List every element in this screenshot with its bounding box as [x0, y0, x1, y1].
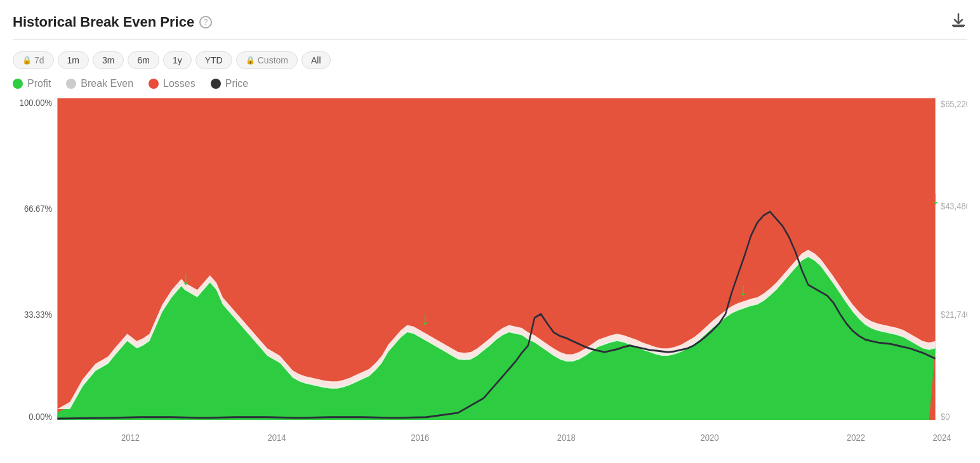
time-filters: 🔒 7d 1m 3m 6m 1y YTD 🔒 Custom All — [13, 51, 967, 69]
legend-dot-breakeven — [66, 79, 76, 89]
legend-label-breakeven: Break Even — [81, 78, 133, 89]
legend-row: Profit Break Even Losses Price — [13, 78, 967, 89]
svg-text:$0: $0 — [941, 411, 950, 422]
filter-1y[interactable]: 1y — [163, 51, 192, 69]
svg-text:↓: ↓ — [421, 308, 429, 329]
legend-label-losses: Losses — [163, 78, 195, 89]
svg-text:2018: 2018 — [557, 432, 576, 443]
svg-text:2024: 2024 — [932, 432, 951, 443]
chart-svg: 100.00% 66.67% 33.33% 0.00% $65,220 $43,… — [13, 98, 967, 457]
svg-text:2020: 2020 — [700, 432, 718, 443]
chart-area: 100.00% 66.67% 33.33% 0.00% $65,220 $43,… — [13, 98, 967, 457]
svg-text:↓: ↓ — [182, 268, 190, 289]
svg-text:2022: 2022 — [847, 432, 865, 443]
legend-price: Price — [211, 78, 248, 89]
filter-ytd[interactable]: YTD — [195, 51, 232, 69]
legend-breakeven: Break Even — [66, 78, 133, 89]
filter-7d[interactable]: 🔒 7d — [13, 51, 54, 69]
filter-3m[interactable]: 3m — [93, 51, 124, 69]
page-title: Historical Break Even Price — [13, 14, 194, 30]
filter-all[interactable]: All — [301, 51, 331, 69]
svg-text:$65,220: $65,220 — [941, 98, 967, 109]
svg-text:33.33%: 33.33% — [24, 309, 52, 320]
svg-text:2016: 2016 — [411, 432, 429, 443]
download-icon[interactable] — [950, 11, 967, 33]
svg-text:100.00%: 100.00% — [20, 98, 52, 108]
title-group: Historical Break Even Price ? — [13, 14, 212, 30]
svg-text:66.67%: 66.67% — [24, 203, 52, 214]
legend-profit: Profit — [13, 78, 51, 89]
header-row: Historical Break Even Price ? — [13, 11, 967, 40]
legend-label-profit: Profit — [27, 78, 51, 89]
svg-text:↓: ↓ — [739, 279, 748, 300]
filter-custom[interactable]: 🔒 Custom — [236, 51, 298, 69]
legend-dot-price — [211, 79, 221, 89]
svg-text:2012: 2012 — [121, 432, 140, 443]
filter-1m[interactable]: 1m — [58, 51, 89, 69]
filter-6m[interactable]: 6m — [128, 51, 159, 69]
svg-rect-0 — [953, 25, 964, 27]
legend-dot-profit — [13, 79, 23, 89]
svg-text:$21,740: $21,740 — [941, 309, 967, 320]
main-container: Historical Break Even Price ? 🔒 7d 1m 3m… — [0, 0, 980, 463]
legend-label-price: Price — [225, 78, 248, 89]
svg-text:2014: 2014 — [268, 432, 286, 443]
svg-text:↓: ↓ — [931, 188, 939, 209]
svg-text:0.00%: 0.00% — [29, 411, 52, 422]
help-icon[interactable]: ? — [199, 16, 212, 29]
legend-dot-losses — [149, 79, 159, 89]
legend-losses: Losses — [149, 78, 195, 89]
svg-text:$43,480: $43,480 — [941, 200, 967, 211]
